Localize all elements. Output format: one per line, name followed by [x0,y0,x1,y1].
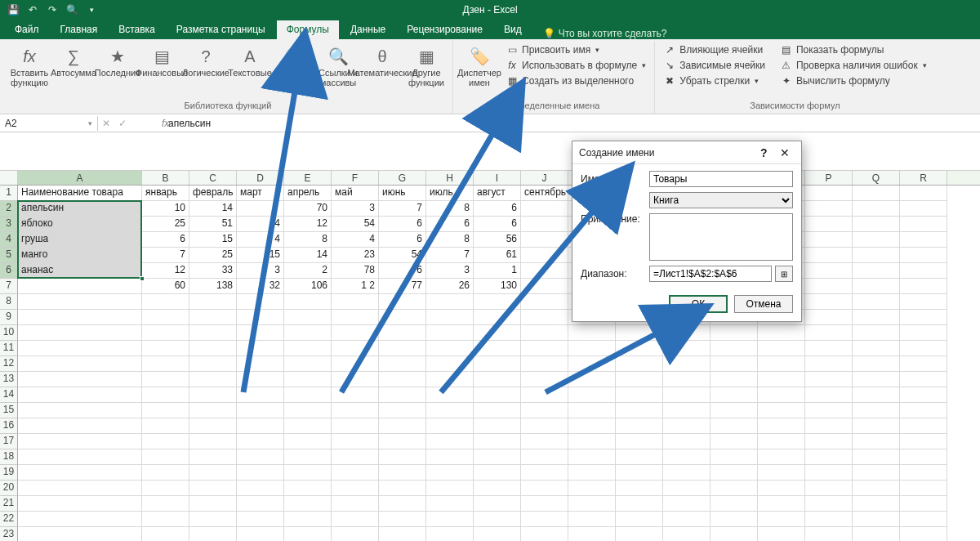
save-icon[interactable]: 💾 [5,2,21,18]
cell-B14[interactable] [142,387,189,403]
row-header-13[interactable]: 13 [0,372,18,387]
qat-dropdown-icon[interactable]: ▾ [83,2,100,18]
cell-I5[interactable]: 61 [474,248,521,263]
cell-P5[interactable] [805,248,853,263]
cell-C19[interactable] [189,465,237,481]
define-name-button[interactable]: ▭Присвоить имя▾ [502,42,649,57]
cell-G17[interactable] [379,434,426,449]
cell-H12[interactable] [426,356,474,372]
cell-J21[interactable] [521,496,568,512]
row-header-5[interactable]: 5 [0,248,18,263]
cell-C18[interactable] [189,449,237,465]
cell-B1[interactable]: январь [142,186,189,201]
cell-P23[interactable] [805,527,853,541]
cell-H7[interactable]: 26 [426,279,474,294]
row-header-22[interactable]: 22 [0,512,18,527]
cell-I10[interactable] [474,325,521,341]
cell-I22[interactable] [474,512,521,527]
cell-M18[interactable] [663,449,710,465]
cell-N17[interactable] [710,434,758,449]
cell-N14[interactable] [710,387,758,403]
cell-K21[interactable] [568,496,616,512]
cell-I7[interactable]: 130 [474,279,521,294]
col-header-H[interactable]: H [426,171,474,185]
cell-A9[interactable] [18,310,142,325]
cell-I11[interactable] [474,341,521,356]
cell-H2[interactable]: 8 [426,201,474,217]
error-checking-button[interactable]: ⚠Проверка наличия ошибок▾ [777,58,930,73]
cell-H16[interactable] [426,418,474,434]
cell-C23[interactable] [189,527,237,541]
cell-L18[interactable] [616,449,663,465]
cell-H4[interactable]: 8 [426,232,474,248]
cell-J18[interactable] [521,449,568,465]
cell-D16[interactable] [237,418,284,434]
cell-H19[interactable] [426,465,474,481]
cell-P2[interactable] [805,201,853,217]
cell-F22[interactable] [332,512,379,527]
cell-E12[interactable] [284,356,332,372]
cell-K22[interactable] [568,512,616,527]
cell-D3[interactable]: 4 [237,217,284,232]
cell-B16[interactable] [142,418,189,434]
cell-D20[interactable] [237,481,284,496]
cell-A14[interactable] [18,387,142,403]
create-from-selection-button[interactable]: ▦Создать из выделенного [502,74,649,88]
cell-B21[interactable] [142,496,189,512]
cell-G22[interactable] [379,512,426,527]
dialog-help-icon[interactable]: ? [755,146,773,159]
cell-P12[interactable] [805,356,853,372]
cell-M13[interactable] [663,372,710,387]
cell-P22[interactable] [805,512,853,527]
cell-O21[interactable] [758,496,805,512]
cell-R22[interactable] [900,512,947,527]
cell-F14[interactable] [332,387,379,403]
cell-A17[interactable] [18,434,142,449]
cell-C11[interactable] [189,341,237,356]
cell-G14[interactable] [379,387,426,403]
cell-N21[interactable] [710,496,758,512]
cell-R19[interactable] [900,465,947,481]
cell-F6[interactable]: 78 [332,263,379,279]
cell-Q15[interactable] [853,403,900,418]
cell-O12[interactable] [758,356,805,372]
cell-Q7[interactable] [853,279,900,294]
cell-R23[interactable] [900,527,947,541]
cell-E19[interactable] [284,465,332,481]
cell-O11[interactable] [758,341,805,356]
cell-M23[interactable] [663,527,710,541]
cell-Q17[interactable] [853,434,900,449]
cell-Q3[interactable] [853,217,900,232]
cell-L17[interactable] [616,434,663,449]
cell-D14[interactable] [237,387,284,403]
col-header-J[interactable]: J [521,171,568,185]
cell-O18[interactable] [758,449,805,465]
cell-E17[interactable] [284,434,332,449]
cell-A11[interactable] [18,341,142,356]
cell-M21[interactable] [663,496,710,512]
cell-F13[interactable] [332,372,379,387]
cell-L19[interactable] [616,465,663,481]
cell-Q12[interactable] [853,356,900,372]
cell-J6[interactable] [521,263,568,279]
cell-I6[interactable]: 1 [474,263,521,279]
cell-P16[interactable] [805,418,853,434]
cell-E3[interactable]: 12 [284,217,332,232]
tab-разметка страницы[interactable]: Разметка страницы [167,20,275,39]
row-header-17[interactable]: 17 [0,434,18,449]
cell-I1[interactable]: август [474,186,521,201]
cell-D19[interactable] [237,465,284,481]
cell-C14[interactable] [189,387,237,403]
cell-A6[interactable]: ананас [18,263,142,279]
cell-E9[interactable] [284,310,332,325]
cell-H15[interactable] [426,403,474,418]
cell-A10[interactable] [18,325,142,341]
cell-A7[interactable] [18,279,142,294]
cell-R12[interactable] [900,356,947,372]
close-icon[interactable]: ✕ [775,146,795,159]
cell-N12[interactable] [710,356,758,372]
cell-F12[interactable] [332,356,379,372]
cell-L22[interactable] [616,512,663,527]
cell-F1[interactable]: май [332,186,379,201]
cell-P14[interactable] [805,387,853,403]
